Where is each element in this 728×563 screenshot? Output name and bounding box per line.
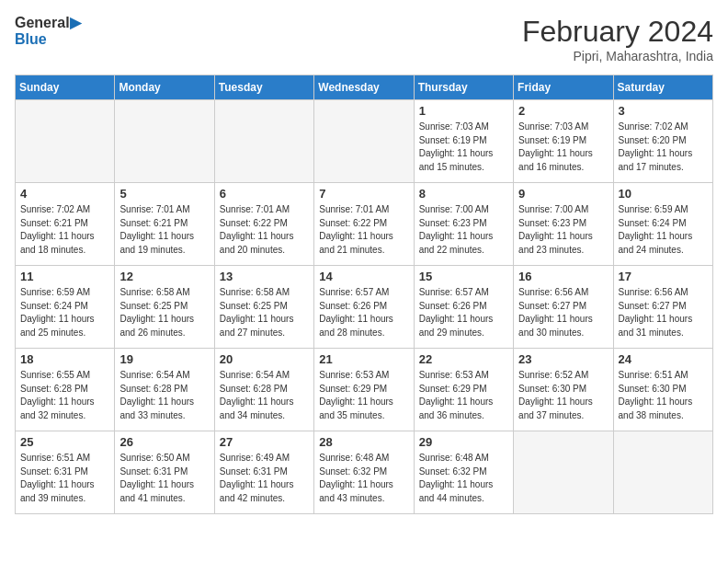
day-info: Sunrise: 6:54 AM Sunset: 6:28 PM Dayligh… <box>119 369 209 422</box>
day-number: 19 <box>119 352 209 366</box>
location-subtitle: Pipri, Maharashtra, India <box>522 49 713 63</box>
calendar-cell: 15Sunrise: 6:57 AM Sunset: 6:26 PM Dayli… <box>414 266 513 349</box>
day-number: 4 <box>20 187 109 201</box>
day-number: 3 <box>619 104 708 118</box>
day-info: Sunrise: 6:59 AM Sunset: 6:24 PM Dayligh… <box>619 203 708 257</box>
calendar-cell: 17Sunrise: 6:56 AM Sunset: 6:27 PM Dayli… <box>613 266 712 349</box>
day-number: 26 <box>119 435 209 449</box>
day-info: Sunrise: 6:53 AM Sunset: 6:29 PM Dayligh… <box>419 369 508 422</box>
calendar-cell <box>613 431 712 514</box>
calendar-cell: 7Sunrise: 7:01 AM Sunset: 6:22 PM Daylig… <box>314 183 414 266</box>
day-info: Sunrise: 6:51 AM Sunset: 6:31 PM Dayligh… <box>20 452 109 505</box>
calendar-cell: 19Sunrise: 6:54 AM Sunset: 6:28 PM Dayli… <box>115 349 214 431</box>
calendar-cell <box>115 100 214 183</box>
calendar-cell: 28Sunrise: 6:48 AM Sunset: 6:32 PM Dayli… <box>314 431 414 514</box>
calendar-header-sunday: Sunday <box>16 75 115 100</box>
day-info: Sunrise: 6:59 AM Sunset: 6:24 PM Dayligh… <box>20 286 109 339</box>
calendar-cell: 11Sunrise: 6:59 AM Sunset: 6:24 PM Dayli… <box>16 266 115 349</box>
day-number: 1 <box>419 104 508 118</box>
day-info: Sunrise: 6:50 AM Sunset: 6:31 PM Dayligh… <box>119 452 209 505</box>
calendar-cell: 24Sunrise: 6:51 AM Sunset: 6:30 PM Dayli… <box>613 349 712 431</box>
calendar-cell: 23Sunrise: 6:52 AM Sunset: 6:30 PM Dayli… <box>514 349 613 431</box>
day-number: 11 <box>20 270 109 283</box>
calendar-cell <box>314 100 414 183</box>
day-info: Sunrise: 7:02 AM Sunset: 6:21 PM Dayligh… <box>20 203 109 257</box>
day-info: Sunrise: 6:48 AM Sunset: 6:32 PM Dayligh… <box>419 452 508 505</box>
calendar-header-monday: Monday <box>115 75 214 100</box>
calendar-cell: 18Sunrise: 6:55 AM Sunset: 6:28 PM Dayli… <box>16 349 115 431</box>
day-number: 20 <box>220 352 309 366</box>
logo-blue: Blue <box>15 31 81 48</box>
calendar-cell: 2Sunrise: 7:03 AM Sunset: 6:19 PM Daylig… <box>514 100 613 183</box>
calendar-header-saturday: Saturday <box>613 75 712 100</box>
title-area: February 2024 Pipri, Maharashtra, India <box>522 15 713 63</box>
calendar-header-tuesday: Tuesday <box>214 75 313 100</box>
calendar-cell: 5Sunrise: 7:01 AM Sunset: 6:21 PM Daylig… <box>115 183 214 266</box>
day-number: 24 <box>619 352 708 366</box>
calendar-cell <box>514 431 613 514</box>
day-info: Sunrise: 7:01 AM Sunset: 6:22 PM Dayligh… <box>220 203 309 257</box>
calendar-cell <box>16 100 115 183</box>
day-info: Sunrise: 6:56 AM Sunset: 6:27 PM Dayligh… <box>518 286 608 339</box>
calendar-cell: 27Sunrise: 6:49 AM Sunset: 6:31 PM Dayli… <box>214 431 313 514</box>
calendar-cell: 3Sunrise: 7:02 AM Sunset: 6:20 PM Daylig… <box>613 100 712 183</box>
day-info: Sunrise: 7:03 AM Sunset: 6:19 PM Dayligh… <box>419 121 508 174</box>
calendar-cell: 13Sunrise: 6:58 AM Sunset: 6:25 PM Dayli… <box>214 266 313 349</box>
calendar-cell: 21Sunrise: 6:53 AM Sunset: 6:29 PM Dayli… <box>314 349 414 431</box>
day-number: 13 <box>220 270 309 283</box>
day-number: 21 <box>319 352 408 366</box>
day-number: 14 <box>319 270 408 283</box>
calendar-cell: 29Sunrise: 6:48 AM Sunset: 6:32 PM Dayli… <box>414 431 513 514</box>
day-info: Sunrise: 7:02 AM Sunset: 6:20 PM Dayligh… <box>619 121 708 174</box>
calendar-cell: 12Sunrise: 6:58 AM Sunset: 6:25 PM Dayli… <box>115 266 214 349</box>
day-number: 8 <box>419 187 508 201</box>
logo: General▶ Blue <box>15 15 81 47</box>
calendar-cell: 26Sunrise: 6:50 AM Sunset: 6:31 PM Dayli… <box>115 431 214 514</box>
day-number: 10 <box>619 187 708 201</box>
day-info: Sunrise: 7:00 AM Sunset: 6:23 PM Dayligh… <box>518 203 608 257</box>
day-number: 29 <box>419 435 508 449</box>
day-info: Sunrise: 6:55 AM Sunset: 6:28 PM Dayligh… <box>20 369 109 422</box>
day-number: 7 <box>319 187 408 201</box>
day-number: 16 <box>518 270 608 283</box>
calendar-table: SundayMondayTuesdayWednesdayThursdayFrid… <box>15 75 713 514</box>
calendar-header-thursday: Thursday <box>414 75 513 100</box>
logo-general: General▶ <box>15 15 81 31</box>
calendar-cell: 10Sunrise: 6:59 AM Sunset: 6:24 PM Dayli… <box>613 183 712 266</box>
calendar-cell: 8Sunrise: 7:00 AM Sunset: 6:23 PM Daylig… <box>414 183 513 266</box>
day-info: Sunrise: 6:52 AM Sunset: 6:30 PM Dayligh… <box>518 369 608 422</box>
calendar-header-friday: Friday <box>514 75 613 100</box>
day-info: Sunrise: 7:01 AM Sunset: 6:21 PM Dayligh… <box>119 203 209 257</box>
calendar-cell: 20Sunrise: 6:54 AM Sunset: 6:28 PM Dayli… <box>214 349 313 431</box>
day-info: Sunrise: 6:54 AM Sunset: 6:28 PM Dayligh… <box>220 369 309 422</box>
day-info: Sunrise: 6:56 AM Sunset: 6:27 PM Dayligh… <box>619 286 708 339</box>
calendar-cell: 25Sunrise: 6:51 AM Sunset: 6:31 PM Dayli… <box>16 431 115 514</box>
day-info: Sunrise: 7:03 AM Sunset: 6:19 PM Dayligh… <box>518 121 608 174</box>
day-info: Sunrise: 6:48 AM Sunset: 6:32 PM Dayligh… <box>319 452 408 505</box>
calendar-cell: 22Sunrise: 6:53 AM Sunset: 6:29 PM Dayli… <box>414 349 513 431</box>
day-info: Sunrise: 7:01 AM Sunset: 6:22 PM Dayligh… <box>319 203 408 257</box>
day-number: 28 <box>319 435 408 449</box>
calendar-header-wednesday: Wednesday <box>314 75 414 100</box>
day-info: Sunrise: 6:53 AM Sunset: 6:29 PM Dayligh… <box>319 369 408 422</box>
day-number: 27 <box>220 435 309 449</box>
calendar-cell: 14Sunrise: 6:57 AM Sunset: 6:26 PM Dayli… <box>314 266 414 349</box>
day-number: 15 <box>419 270 508 283</box>
day-number: 12 <box>119 270 209 283</box>
day-number: 18 <box>20 352 109 366</box>
day-number: 23 <box>518 352 608 366</box>
day-number: 17 <box>619 270 708 283</box>
calendar-cell <box>214 100 313 183</box>
day-number: 22 <box>419 352 508 366</box>
day-info: Sunrise: 6:49 AM Sunset: 6:31 PM Dayligh… <box>220 452 309 505</box>
day-number: 9 <box>518 187 608 201</box>
calendar-cell: 4Sunrise: 7:02 AM Sunset: 6:21 PM Daylig… <box>16 183 115 266</box>
month-title: February 2024 <box>522 15 713 49</box>
day-number: 5 <box>119 187 209 201</box>
day-info: Sunrise: 7:00 AM Sunset: 6:23 PM Dayligh… <box>419 203 508 257</box>
calendar-cell: 16Sunrise: 6:56 AM Sunset: 6:27 PM Dayli… <box>514 266 613 349</box>
day-info: Sunrise: 6:51 AM Sunset: 6:30 PM Dayligh… <box>619 369 708 422</box>
page-header: General▶ Blue February 2024 Pipri, Mahar… <box>15 15 713 63</box>
calendar-cell: 6Sunrise: 7:01 AM Sunset: 6:22 PM Daylig… <box>214 183 313 266</box>
day-number: 2 <box>518 104 608 118</box>
